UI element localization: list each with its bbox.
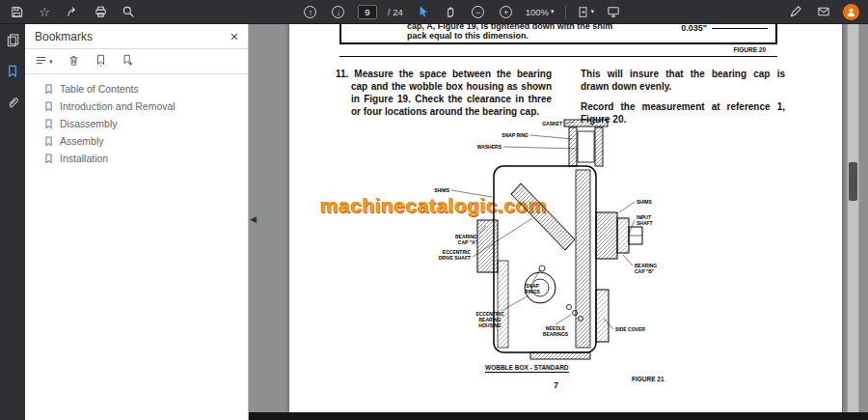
bookmark-item-installation[interactable]: Installation [25, 150, 248, 167]
expand-bookmarks-button[interactable] [95, 54, 107, 70]
zoom-out-button[interactable]: − [470, 3, 487, 20]
close-icon: × [231, 29, 238, 44]
bookmark-item-assembly[interactable]: Assembly [25, 132, 248, 150]
diagram-label-needle-bearings: BEARINGS [543, 331, 569, 337]
figure20-measurement: 0.035" [681, 24, 768, 33]
bookmark-item-introduction-and-removal[interactable]: Introduction and Removal [25, 98, 248, 115]
bookmark-item-label: Assembly [60, 135, 104, 147]
page-count-label: / 24 [388, 7, 403, 17]
close-panel-button[interactable]: × [231, 30, 238, 43]
envelope-icon [817, 5, 830, 18]
pages-panel-button[interactable] [4, 33, 21, 50]
new-bookmark-button[interactable] [122, 54, 134, 70]
diagram-label-snap-ring: SNAP RING [502, 132, 529, 138]
previous-page-button[interactable]: ↑ [302, 3, 319, 20]
select-tool-button[interactable] [414, 3, 431, 20]
figure20-box: cap, A, Figure 19, is tightened down wit… [339, 24, 777, 44]
share-icon [66, 5, 79, 18]
sign-button[interactable] [787, 3, 804, 20]
diagram-label-input-shaft: SHAFT [637, 220, 653, 226]
avatar [843, 4, 859, 20]
hand-tool-icon [444, 5, 457, 18]
bookmark-item-label: Table of Contents [60, 83, 139, 95]
figure20-line2: pack equal to this dimension. [407, 31, 612, 41]
diagram-label-washers: WASHERS [477, 144, 502, 150]
step-text: Measure the space between the bearing ca… [351, 69, 552, 117]
bookmark-item-table-of-contents[interactable]: Table of Contents [25, 80, 248, 98]
bookmarks-list: Table of Contents Introduction and Remov… [25, 74, 248, 167]
paperclip-icon [6, 96, 19, 112]
vertical-scrollbar[interactable] [847, 24, 859, 412]
pdf-viewer-window: ☆ ↑ ↓ [0, 0, 868, 420]
bookmark-flag-icon [43, 84, 54, 95]
bookmark-options-button[interactable]: ▾ [35, 54, 53, 70]
bookmarks-panel-button[interactable] [4, 64, 21, 81]
next-page-gap [249, 412, 868, 420]
presentation-mode-button[interactable] [605, 3, 622, 20]
bookmark-new-icon [122, 54, 134, 70]
diagram-label-shims-right: SHIMS [637, 199, 653, 205]
right-column-para1: This will insure that the bearing cap is… [581, 68, 785, 93]
diagram-label-eccentric-drive-shaft: DRIVE SHAFT [439, 255, 471, 261]
page-display-dropdown[interactable]: ▾ [577, 3, 595, 20]
email-button[interactable] [815, 3, 832, 20]
bookmark-item-disassembly[interactable]: Disassembly [25, 115, 248, 132]
diagram-label-shims-left: SHIMS [434, 187, 450, 193]
figure20-line1: cap, A, Figure 19, is tightened down wit… [407, 24, 612, 31]
search-button[interactable] [120, 3, 137, 20]
toolbar-divider [565, 5, 566, 19]
bookmark-item-label: Installation [60, 153, 108, 164]
star-icon: ☆ [39, 5, 50, 19]
print-button[interactable] [92, 3, 109, 20]
page-display-icon [577, 6, 589, 18]
zoom-level-value: 100% [526, 7, 549, 17]
zoom-level-dropdown[interactable]: 100% ▾ [526, 3, 555, 20]
delete-bookmark-button[interactable] [68, 54, 80, 70]
bookmarks-header: Bookmarks × [25, 24, 248, 49]
diagram-label-bearing-cap-a: CAP "A" [458, 239, 478, 245]
collapse-left-panel-button[interactable]: ◀ [250, 214, 257, 224]
diagram-label-side-cover: SIDE COVER [615, 326, 645, 332]
measurement-rule-line [712, 28, 768, 29]
toolbar-right-group [787, 3, 860, 20]
bookmark-flag-icon [43, 119, 54, 129]
diagram-label-snap-rings: RINGS [525, 289, 541, 294]
select-cursor-icon [416, 5, 429, 18]
share-button[interactable] [64, 3, 81, 20]
pdf-page: cap, A, Figure 19, is tightened down wit… [289, 24, 842, 413]
chevron-down-icon: ▾ [49, 58, 53, 66]
chevron-left-icon: ◀ [250, 214, 257, 224]
attachments-panel-button[interactable] [4, 95, 21, 112]
diagram-title: WOBBLE BOX - STANDARD [485, 364, 569, 373]
page-down-icon: ↓ [332, 6, 344, 18]
bookmark-arrow-icon [95, 54, 107, 70]
bookmark-flag-icon [43, 136, 54, 147]
step-number: 11. [336, 69, 348, 79]
monitor-icon [607, 5, 620, 18]
save-button[interactable] [8, 3, 25, 20]
hand-tool-button[interactable] [442, 3, 459, 20]
page-number: 7 [289, 380, 823, 390]
zoom-out-icon: − [472, 6, 484, 18]
toolbar-left-group: ☆ [8, 3, 137, 20]
left-rail [0, 24, 25, 420]
top-toolbar: ☆ ↑ ↓ [0, 0, 868, 24]
bookmark-flag-icon [43, 101, 54, 112]
favorite-button[interactable]: ☆ [36, 3, 53, 20]
diagram-label-bearing-cap-b: CAP "B" [635, 268, 655, 274]
diagram-label-gasket: GASKET [542, 121, 562, 126]
figure20-caption: FIGURE 20 [339, 46, 766, 53]
printer-icon [94, 5, 107, 18]
zoom-in-button[interactable]: + [498, 3, 515, 20]
diagram-label-eccentric-bearing-housing: HOUSING [478, 322, 501, 328]
page-number-input[interactable]: 9 [358, 5, 377, 19]
profile-button[interactable] [843, 3, 860, 20]
measurement-value: 0.035" [681, 24, 707, 33]
zoom-in-icon: + [500, 6, 512, 18]
page-up-icon: ↑ [304, 6, 316, 18]
search-icon [122, 5, 135, 18]
options-icon [35, 54, 47, 70]
next-page-button[interactable]: ↓ [330, 3, 347, 20]
scrollbar-thumb[interactable] [849, 162, 857, 201]
document-area: cap, A, Figure 19, is tightened down wit… [249, 24, 868, 420]
